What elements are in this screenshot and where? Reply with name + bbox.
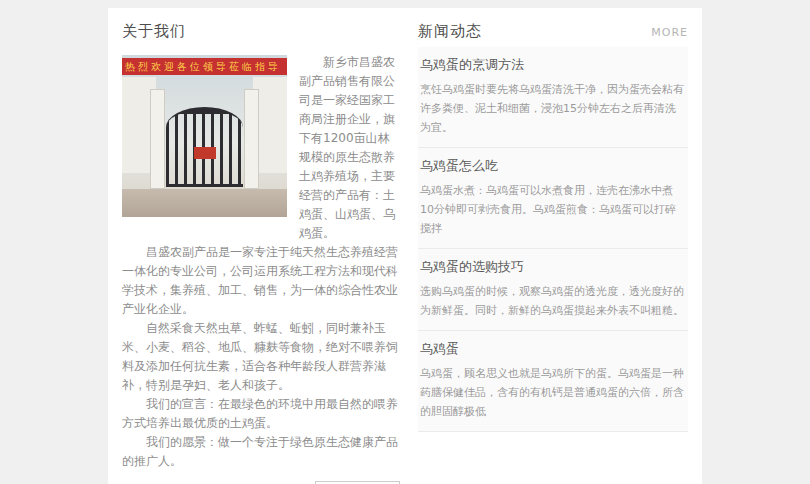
main-content-card: 关于我们 热烈欢迎各位领导莅临指导 新乡市昌盛农副产品销售有限公司是一家经国家工… bbox=[108, 8, 702, 484]
welcome-banner: 热烈欢迎各位领导莅临指导 bbox=[122, 58, 287, 75]
about-title: 关于我们 bbox=[122, 22, 400, 41]
about-paragraph: 我们的愿景：做一个专注于绿色原生态健康产品的推广人。 bbox=[122, 433, 400, 471]
news-item-body: 选购乌鸡蛋的时候，观察乌鸡蛋的透光度，透光度好的为新鲜蛋。同时，新鲜的乌鸡蛋摸起… bbox=[420, 282, 686, 320]
news-item-body: 乌鸡蛋水煮：乌鸡蛋可以水煮食用，连壳在沸水中煮10分钟即可剥壳食用。乌鸡蛋煎食：… bbox=[420, 181, 686, 238]
photo-pillar-left bbox=[150, 89, 165, 189]
news-item[interactable]: 乌鸡蛋的烹调方法 烹饪乌鸡蛋时要先将乌鸡蛋清洗干净，因为蛋壳会粘有许多粪便、泥土… bbox=[418, 47, 688, 148]
about-section: 关于我们 热烈欢迎各位领导莅临指导 新乡市昌盛农副产品销售有限公司是一家经国家工… bbox=[122, 22, 400, 484]
news-list: 乌鸡蛋的烹调方法 烹饪乌鸡蛋时要先将乌鸡蛋清洗干净，因为蛋壳会粘有许多粪便、泥土… bbox=[418, 47, 688, 432]
news-item-title[interactable]: 乌鸡蛋的烹调方法 bbox=[420, 56, 686, 74]
news-section: 新闻动态 MORE 乌鸡蛋的烹调方法 烹饪乌鸡蛋时要先将乌鸡蛋清洗干净，因为蛋壳… bbox=[418, 22, 688, 484]
photo-ground bbox=[122, 189, 287, 217]
news-item[interactable]: 乌鸡蛋的选购技巧 选购乌鸡蛋的时候，观察乌鸡蛋的透光度，透光度好的为新鲜蛋。同时… bbox=[418, 249, 688, 331]
about-paragraph: 自然采食天然虫草、蚱蜢、蚯蚓，同时兼补玉米、小麦、稻谷、地瓜、糠麸等食物，绝对不… bbox=[122, 319, 400, 395]
news-item-body: 乌鸡蛋，顾名思义也就是乌鸡所下的蛋。乌鸡蛋是一种药膳保健佳品，含有的有机钙是普通… bbox=[420, 364, 686, 421]
about-paragraph: 昌盛农副产品是一家专注于纯天然生态养殖经营一体化的专业公司，公司运用系统工程方法… bbox=[122, 243, 400, 319]
news-item-title[interactable]: 乌鸡蛋的选购技巧 bbox=[420, 258, 686, 276]
news-item[interactable]: 乌鸡蛋 乌鸡蛋，顾名思义也就是乌鸡所下的蛋。乌鸡蛋是一种药膳保健佳品，含有的有机… bbox=[418, 331, 688, 432]
news-item-title[interactable]: 乌鸡蛋怎么吃 bbox=[420, 157, 686, 175]
about-paragraph: 我们的宣言：在最绿色的环境中用最自然的喂养方式培养出最优质的土鸡蛋。 bbox=[122, 395, 400, 433]
photo-red-plaque bbox=[194, 147, 216, 159]
news-item-title[interactable]: 乌鸡蛋 bbox=[420, 340, 686, 358]
about-body: 热烈欢迎各位领导莅临指导 新乡市昌盛农副产品销售有限公司是一家经国家工商局注册企… bbox=[122, 53, 400, 471]
news-title: 新闻动态 bbox=[418, 22, 482, 41]
company-gate-photo: 热烈欢迎各位领导莅临指导 bbox=[122, 55, 287, 217]
news-more-link[interactable]: MORE bbox=[651, 26, 688, 39]
news-item[interactable]: 乌鸡蛋怎么吃 乌鸡蛋水煮：乌鸡蛋可以水煮食用，连壳在沸水中煮10分钟即可剥壳食用… bbox=[418, 148, 688, 249]
news-item-body: 烹饪乌鸡蛋时要先将乌鸡蛋清洗干净，因为蛋壳会粘有许多粪便、泥土和细菌，浸泡15分… bbox=[420, 80, 686, 137]
photo-pillar-right bbox=[244, 89, 259, 189]
